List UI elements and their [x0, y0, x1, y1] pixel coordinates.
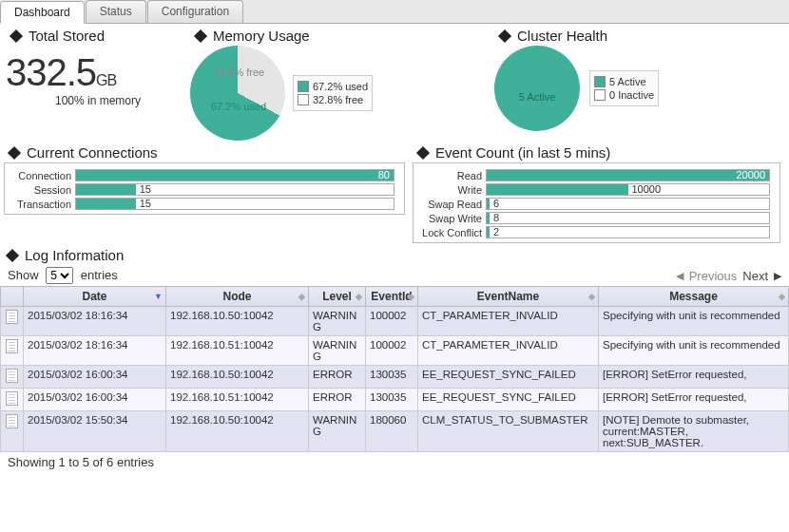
bar-label: Swap Read [419, 199, 482, 210]
document-icon [6, 310, 18, 324]
cell-message: [NOTE] Demote to submaster, current:MAST… [599, 411, 789, 452]
bar-label: Swap Write [419, 213, 482, 224]
cell-level: ERROR [309, 389, 366, 411]
diamond-icon [6, 248, 19, 261]
log-title: Log Information [0, 243, 789, 265]
legend-inactive: 0 Inactive [609, 89, 654, 101]
cell-eventname: EE_REQUEST_SYNC_FAILED [418, 389, 599, 411]
events-panel: Event Count (in last 5 mins) Read20000Wr… [409, 141, 784, 243]
events-chart: Read20000Write10000Swap Read6Swap Write8… [413, 162, 780, 243]
page-size-select[interactable]: 5 [46, 267, 73, 284]
memory-usage-title-text: Memory Usage [213, 28, 310, 44]
col-icon[interactable] [1, 287, 24, 307]
cell-eventname: CLM_STATUS_TO_SUBMASTER [418, 411, 599, 452]
table-row[interactable]: 2015/03/02 15:50:34192.168.10.50:10042WA… [1, 411, 789, 452]
bar-row: Session15 [10, 183, 398, 196]
tab-dashboard[interactable]: Dashboard [0, 1, 85, 24]
tab-configuration[interactable]: Configuration [147, 0, 243, 23]
bar-value: 15 [140, 198, 151, 209]
memory-free-label: 32.8% free [214, 66, 264, 78]
bar-row: Transaction15 [10, 198, 398, 210]
cluster-health-title: Cluster Health [494, 24, 779, 46]
cell-eventname: CT_PARAMETER_INVALID [418, 336, 599, 366]
legend-free: 32.8% free [313, 94, 363, 105]
cell-level: WARNING [309, 411, 366, 452]
connections-title-text: Current Connections [27, 144, 158, 161]
bar-label: Transaction [10, 199, 71, 210]
events-title: Event Count (in last 5 mins) [413, 141, 780, 162]
log-show-entries: Show 5 entries [8, 267, 118, 284]
previous-button[interactable]: Previous [689, 269, 738, 283]
bar-row: Write10000 [419, 183, 774, 196]
col-eventid[interactable]: EventId◆ [366, 287, 418, 307]
table-row[interactable]: 2015/03/02 16:00:34192.168.10.51:10042ER… [1, 389, 789, 411]
diamond-icon [10, 28, 23, 42]
bar-value: 10000 [632, 183, 662, 195]
bar-label: Session [10, 184, 71, 196]
bar-label: Write [419, 184, 482, 196]
bar-row: Connection80 [10, 169, 398, 181]
cell-eventid: 100002 [366, 307, 418, 336]
bar-track: 80 [75, 169, 394, 181]
bar-row: Swap Read6 [419, 198, 774, 210]
cell-eventid: 100002 [366, 336, 418, 366]
memory-used-label: 67.2% used [211, 101, 266, 112]
col-eventname[interactable]: EventName◆ [418, 287, 599, 307]
stored-unit: GB [96, 72, 116, 88]
memory-pie-chart: 32.8% free 67.2% used [190, 46, 285, 141]
cell-node: 192.168.10.50:10042 [166, 307, 309, 336]
document-icon [6, 339, 18, 353]
col-node[interactable]: Node◆ [166, 287, 309, 307]
log-table: Date▼ Node◆ Level◆ EventId◆ EventName◆ M… [0, 286, 789, 452]
cell-eventname: CT_PARAMETER_INVALID [418, 307, 599, 336]
bar-track: 15 [75, 198, 394, 210]
document-icon [6, 391, 18, 406]
show-label: Show [8, 268, 39, 282]
connections-chart: Connection80Session15Transaction15 [4, 162, 405, 215]
diamond-icon [194, 28, 207, 42]
next-button[interactable]: Next [742, 269, 768, 283]
bar-value: 20000 [736, 169, 765, 180]
col-message[interactable]: Message◆ [599, 287, 789, 307]
log-pager: ◀ Previous Next ▶ [676, 269, 781, 283]
diamond-icon [498, 28, 511, 42]
bar-track: 8 [486, 212, 770, 224]
total-stored-subtext: 100% in memory [6, 94, 190, 107]
cell-eventid: 130035 [366, 389, 418, 411]
cell-message: Specifying with unit is recommended [599, 336, 789, 366]
bar-label: Lock Conflict [419, 227, 482, 238]
bar-value: 2 [493, 226, 499, 238]
col-level[interactable]: Level◆ [309, 287, 366, 307]
legend-active: 5 Active [609, 76, 646, 87]
cell-level: WARNING [309, 336, 366, 366]
log-title-text: Log Information [25, 247, 124, 263]
cell-node: 192.168.10.51:10042 [166, 336, 309, 366]
cell-message: [ERROR] SetError requested, [599, 389, 789, 411]
cluster-health-legend: 5 Active 0 Inactive [589, 70, 659, 106]
table-row[interactable]: 2015/03/02 18:16:34192.168.10.51:10042WA… [1, 336, 789, 366]
bar-track: 20000 [486, 169, 770, 181]
cell-level: ERROR [309, 366, 366, 389]
cluster-health-pie: 5 Active [494, 46, 580, 131]
cell-date: 2015/03/02 16:00:34 [24, 366, 166, 389]
bar-row: Swap Write8 [419, 212, 774, 224]
bar-value: 6 [493, 198, 499, 209]
cell-node: 192.168.10.50:10042 [166, 366, 309, 389]
previous-icon[interactable]: ◀ [676, 270, 683, 282]
diamond-icon [8, 145, 21, 159]
table-row[interactable]: 2015/03/02 16:00:34192.168.10.50:10042ER… [1, 366, 789, 389]
table-row[interactable]: 2015/03/02 18:16:34192.168.10.50:10042WA… [1, 307, 789, 336]
stored-number: 332.5 [6, 51, 96, 93]
next-icon[interactable]: ▶ [774, 270, 781, 282]
col-date[interactable]: Date▼ [24, 287, 166, 307]
tab-bar: Dashboard Status Configuration [0, 0, 789, 24]
connections-title: Current Connections [4, 141, 405, 162]
bar-track: 10000 [486, 183, 770, 196]
log-showing-text: Showing 1 to 5 of 6 entries [0, 452, 789, 472]
cell-date: 2015/03/02 16:00:34 [24, 389, 166, 411]
total-stored-title-text: Total Stored [29, 28, 105, 44]
bar-track: 6 [486, 198, 770, 210]
total-stored-value: 332.5GB [6, 46, 190, 94]
tab-status[interactable]: Status [86, 0, 146, 23]
total-stored-panel: Total Stored 332.5GB 100% in memory [0, 24, 190, 141]
